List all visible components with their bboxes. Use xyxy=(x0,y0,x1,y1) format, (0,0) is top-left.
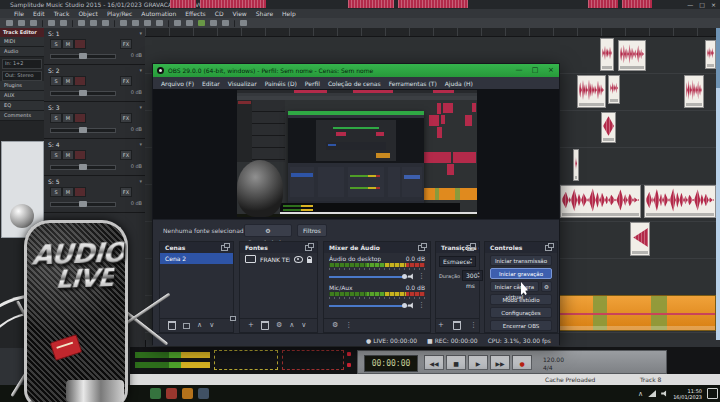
properties-button[interactable]: ⚙ Propriedades xyxy=(244,224,292,237)
audio-out-select[interactable]: Out: Stereo xyxy=(2,71,42,81)
audio-clip-fragment[interactable] xyxy=(398,0,468,8)
track-row[interactable]: S: 4 ▾ S M FX 0 dB xyxy=(44,139,145,176)
taskbar-app-icon[interactable] xyxy=(166,388,177,399)
kebab-menu-icon[interactable]: ⋮ xyxy=(470,319,477,332)
network-icon[interactable] xyxy=(648,390,656,397)
audio-clip[interactable] xyxy=(705,40,716,69)
taskbar-app-icon[interactable] xyxy=(182,388,193,399)
transition-select[interactable]: Esmaecer ▴▾ xyxy=(439,256,476,267)
rewind-button[interactable]: ◀◀ xyxy=(424,355,444,370)
remove-source-icon[interactable] xyxy=(261,321,269,330)
volume-knob[interactable] xyxy=(79,164,87,170)
stop-button[interactable]: ■ xyxy=(446,355,466,370)
mixer-icon[interactable] xyxy=(240,20,247,26)
audio-clip-fragment[interactable] xyxy=(170,0,196,8)
source-properties-icon[interactable]: ⚙ xyxy=(276,319,282,332)
track-row[interactable]: S: 1 ▾ S M FX 0 dB xyxy=(44,28,145,65)
lock-icon[interactable] xyxy=(307,259,312,263)
audio-clip[interactable] xyxy=(577,75,606,108)
fx-button[interactable]: FX xyxy=(120,150,132,160)
chevron-down-icon[interactable]: ▾ xyxy=(139,30,142,36)
popout-icon[interactable] xyxy=(418,245,425,251)
audio-clip[interactable] xyxy=(684,75,704,108)
audio-clip-fragment[interactable] xyxy=(348,0,394,8)
popout-icon[interactable] xyxy=(305,245,312,251)
volume-slider[interactable] xyxy=(50,54,116,59)
daw-menu-edit[interactable]: Edit xyxy=(33,10,45,17)
volume-knob[interactable] xyxy=(79,90,87,96)
kebab-menu-icon[interactable]: ⋮ xyxy=(418,301,425,309)
chevron-down-icon[interactable]: ▾ xyxy=(139,67,142,73)
kebab-menu-icon[interactable]: ⋮ xyxy=(345,319,352,332)
source-item[interactable]: FRANK TELA xyxy=(240,253,317,265)
track-row[interactable]: S: 2 ▾ S M FX 0 dB xyxy=(44,65,145,102)
record-arm-button[interactable] xyxy=(74,39,86,49)
exit-obs-button[interactable]: Encerrar OBS xyxy=(490,320,552,331)
volume-knob[interactable] xyxy=(79,53,87,59)
daw-menu-cd[interactable]: CD xyxy=(215,10,224,17)
daw-menu-automation[interactable]: Automation xyxy=(141,10,176,17)
solo-button[interactable]: S xyxy=(50,76,62,86)
obs-menu-editar[interactable]: Editar xyxy=(202,80,220,87)
obs-preview[interactable] xyxy=(153,89,559,219)
section-midi[interactable]: MIDI xyxy=(0,37,44,47)
scrollbar-thumb[interactable] xyxy=(716,28,720,88)
audio-clip[interactable] xyxy=(601,112,616,143)
solo-button[interactable]: S xyxy=(50,113,62,123)
daw-menu-track[interactable]: Track xyxy=(54,10,70,17)
tray-chevron-icon[interactable]: ∧ xyxy=(638,390,643,398)
add-transition-icon[interactable]: + xyxy=(438,319,444,332)
record-arm-button[interactable] xyxy=(74,150,86,160)
move-up-icon[interactable]: ∧ xyxy=(197,319,202,332)
daw-menu-file[interactable]: File xyxy=(14,10,24,17)
close-icon[interactable]: × xyxy=(543,64,559,77)
taskbar-app-icon[interactable] xyxy=(198,388,209,399)
open-icon[interactable] xyxy=(18,20,25,26)
move-up-icon[interactable]: ∧ xyxy=(289,319,294,332)
audio-clip[interactable] xyxy=(573,149,579,181)
audio-in-select[interactable]: In: 1+2 xyxy=(2,59,42,69)
duration-field[interactable]: 300 ms ▴▾ xyxy=(462,270,483,281)
obs-menu-ajuda[interactable]: Ajuda (H) xyxy=(445,80,473,87)
close-icon[interactable]: × xyxy=(711,0,716,9)
settings-button[interactable]: Configurações xyxy=(490,307,552,318)
popout-icon[interactable] xyxy=(545,245,552,251)
draw-icon[interactable] xyxy=(174,20,181,26)
audio-clip[interactable] xyxy=(600,38,614,71)
mouse-mode-icon[interactable] xyxy=(120,20,127,26)
mute-button[interactable]: M xyxy=(62,76,74,86)
save-icon[interactable] xyxy=(30,20,37,26)
section-plugins[interactable]: Plugins xyxy=(0,81,44,91)
start-streaming-button[interactable]: Iniciar transmissão xyxy=(490,255,552,266)
chevron-down-icon[interactable]: ▾ xyxy=(139,178,142,184)
range-icon[interactable] xyxy=(132,20,139,26)
notification-center-icon[interactable] xyxy=(707,388,718,399)
fx-button[interactable]: FX xyxy=(120,39,132,49)
daw-menu-playrec[interactable]: Play/Rec xyxy=(107,10,132,17)
fx-button[interactable]: FX xyxy=(120,187,132,197)
zoom-icon[interactable] xyxy=(156,20,163,26)
taskbar-clock[interactable]: 11:50 16/01/2023 xyxy=(673,388,702,400)
audio-clip[interactable] xyxy=(618,40,646,71)
obs-menu-perfil[interactable]: Perfil xyxy=(305,80,320,87)
chevron-down-icon[interactable]: ▾ xyxy=(139,104,142,110)
speaker-icon[interactable] xyxy=(661,390,668,397)
move-down-icon[interactable]: ∨ xyxy=(301,319,306,332)
section-aux[interactable]: AUX xyxy=(0,91,44,101)
volume-knob[interactable] xyxy=(79,127,87,133)
audio-clip-fragment[interactable] xyxy=(588,0,618,8)
slider-handle[interactable] xyxy=(402,274,407,279)
chevron-down-icon[interactable]: ▾ xyxy=(139,141,142,147)
move-down-icon[interactable]: ∨ xyxy=(209,319,214,332)
maximize-icon[interactable]: □ xyxy=(699,0,705,9)
record-arm-button[interactable] xyxy=(74,187,86,197)
duplicate-scene-icon[interactable] xyxy=(183,323,190,329)
popout-icon[interactable] xyxy=(221,245,228,251)
filters-button[interactable]: Filtros xyxy=(297,224,327,237)
mute-button[interactable]: M xyxy=(62,187,74,197)
record-button[interactable]: ● xyxy=(512,355,532,370)
paste-icon[interactable] xyxy=(102,20,109,26)
solo-button[interactable]: S xyxy=(50,187,62,197)
audio-clip-orange[interactable] xyxy=(558,295,716,331)
add-source-icon[interactable]: + xyxy=(248,319,254,332)
